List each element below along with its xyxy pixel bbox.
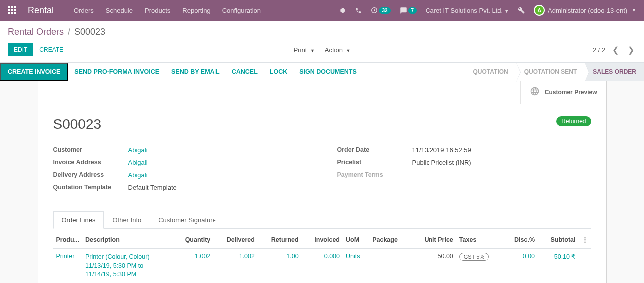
fields: Customer Abigali Invoice Address Abigali… [53,146,591,196]
nav-products[interactable]: Products [145,7,170,14]
send-email-button[interactable]: SEND BY EMAIL [165,63,226,81]
lock-button[interactable]: LOCK [264,63,293,81]
chat-icon[interactable]: 7 [400,7,417,14]
col-invoiced: Invoiced [302,231,343,249]
customer-value[interactable]: Abigali [128,146,148,154]
col-description: Description [82,231,172,249]
pager-next[interactable]: ❯ [626,44,636,56]
quotation-template-label: Quotation Template [53,184,128,191]
col-package: Package [369,231,410,249]
pricelist-label: Pricelist [337,159,412,166]
cell-taxes: GST 5% [456,249,503,283]
order-date-label: Order Date [337,146,412,154]
cell-package [369,249,410,283]
table-options-icon[interactable]: ⋮ [582,236,588,243]
sign-documents-button[interactable]: SIGN DOCUMENTS [293,63,363,81]
globe-icon [530,86,540,99]
cancel-button[interactable]: CANCEL [226,63,264,81]
fields-right: Order Date 11/13/2019 16:52:59 Pricelist… [337,146,591,196]
fields-left: Customer Abigali Invoice Address Abigali… [53,146,307,196]
cell-quantity: 1.002 [172,249,213,283]
topbar: Rental Orders Schedule Products Reportin… [0,0,644,21]
brand-title[interactable]: Rental [28,5,54,16]
action-dropdown[interactable]: Action ▼ [322,44,354,56]
cell-subtotal: 50.10 ₹ [538,249,578,283]
clock-icon[interactable]: 32 [371,7,390,14]
delivery-address-label: Delivery Address [53,171,128,179]
phone-icon[interactable] [355,7,362,14]
print-label: Print [294,46,307,54]
col-subtotal: Subtotal [538,231,578,249]
tab-other-info[interactable]: Other Info [104,211,150,229]
col-product: Produ... [53,231,83,249]
sheet-button-box: Customer Preview [38,81,606,104]
status-quotation[interactable]: QUOTATION [465,63,516,81]
cell-invoiced: 0.000 [302,249,343,283]
action-label: Action [325,46,343,54]
col-uom: UoM [343,231,369,249]
col-unit-price: Unit Price [410,231,456,249]
user-menu[interactable]: A Administrator (odoo-13-ent)▼ [534,5,636,16]
status-flow: QUOTATION QUOTATION SENT SALES ORDER [465,63,644,81]
customer-preview-button[interactable]: Customer Preview [520,81,606,104]
cell-unit-price: 50.00 [410,249,456,283]
order-lines-table: Produ... Description Quantity Delivered … [53,231,591,283]
edit-button[interactable]: EDIT [8,43,33,56]
breadcrumb-root[interactable]: Rental Orders [8,27,64,37]
company-selector[interactable]: Caret IT Solutions Pvt. Ltd.▼ [426,7,509,14]
breadcrumb-separator: / [68,27,70,37]
company-label: Caret IT Solutions Pvt. Ltd. [426,7,503,14]
cell-product: Printer [53,249,83,283]
cell-disc: 0.00 [503,249,538,283]
col-returned: Returned [258,231,302,249]
nav-menu: Orders Schedule Products Reporting Confi… [74,7,261,14]
invoice-address-label: Invoice Address [53,159,128,166]
cell-returned: 1.00 [258,249,302,283]
nav-orders[interactable]: Orders [74,7,94,14]
col-disc: Disc.% [503,231,538,249]
topbar-right: 32 7 Caret IT Solutions Pvt. Ltd.▼ A Adm… [339,5,636,16]
payment-terms-label: Payment Terms [337,171,412,178]
invoice-address-value[interactable]: Abigali [128,159,148,166]
quotation-template-value: Default Template [128,184,177,191]
sheet-wrap: Customer Preview S00023 Returned Custome… [0,81,644,283]
status-quotation-sent[interactable]: QUOTATION SENT [516,63,585,81]
tab-order-lines[interactable]: Order Lines [53,211,104,229]
delivery-address-value[interactable]: Abigali [128,171,148,179]
table-row[interactable]: Printer Printer (Colour, Colour) 11/13/1… [53,249,591,283]
user-label: Administrator (odoo-13-ent) [548,7,627,14]
pricelist-value: Public Pricelist (INR) [412,159,471,166]
order-date-value: 11/13/2019 16:52:59 [412,146,471,154]
bug-icon[interactable] [339,7,346,14]
send-proforma-button[interactable]: SEND PRO-FORMA INVOICE [68,63,165,81]
avatar: A [534,5,545,16]
create-invoice-button[interactable]: CREATE INVOICE [0,63,68,81]
pager-prev[interactable]: ❮ [610,44,621,56]
create-button[interactable]: CREATE [33,43,69,56]
controls-bar: EDIT CREATE Print ▼ Action ▼ 2 / 2 ❮ ❯ [0,41,644,62]
clock-badge: 32 [379,7,390,14]
col-quantity: Quantity [172,231,213,249]
nav-schedule[interactable]: Schedule [106,7,133,14]
status-sales-order[interactable]: SALES ORDER [585,63,644,81]
nav-reporting[interactable]: Reporting [182,7,210,14]
col-delivered: Delivered [213,231,258,249]
sheet-body: S00023 Returned Customer Abigali Invoice… [38,104,606,283]
tabs: Order Lines Other Info Customer Signatur… [53,211,591,229]
action-bar: CREATE INVOICE SEND PRO-FORMA INVOICE SE… [0,62,644,81]
status-badge: Returned [556,116,591,126]
pager: 2 / 2 ❮ ❯ [593,44,636,56]
print-dropdown[interactable]: Print ▼ [291,44,318,56]
breadcrumb-current: S00023 [74,27,105,37]
settings-icon[interactable] [518,7,525,14]
cell-uom: Units [343,249,369,283]
cell-description: Printer (Colour, Colour) 11/13/19, 5:30 … [82,249,172,283]
nav-configuration[interactable]: Configuration [222,7,261,14]
tab-customer-signature[interactable]: Customer Signature [150,211,224,229]
cell-delivered: 1.002 [213,249,258,283]
apps-icon[interactable] [8,6,16,14]
chat-badge: 7 [408,7,417,14]
breadcrumb: Rental Orders / S00023 [0,21,644,41]
sheet: Customer Preview S00023 Returned Custome… [38,81,607,283]
order-title: S00023 [53,116,102,132]
